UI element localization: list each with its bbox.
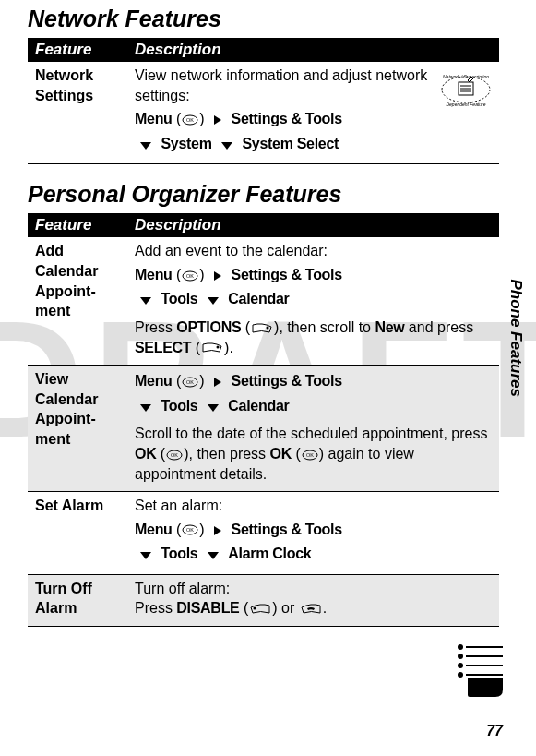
table-row: Set Alarm Set an alarm: Menu (OK) Settin… — [28, 492, 499, 575]
nav-step: Settings & Tools — [232, 522, 342, 537]
intro-text: Turn off alarm: — [135, 581, 230, 596]
feature-description: Network / Subscription Dependent Feature… — [127, 62, 499, 164]
instruction-text: Press DISABLE () or . — [135, 600, 327, 616]
arrow-down-icon — [221, 133, 232, 157]
nav-step: System Select — [242, 136, 339, 151]
svg-marker-14 — [214, 271, 221, 281]
instruction-text: Scroll to the date of the scheduled appo… — [135, 424, 492, 484]
section-title-network: Network Features — [28, 6, 499, 32]
network-features-table: Feature Description Network Settings Net… — [28, 38, 499, 164]
arrow-down-icon — [140, 543, 151, 567]
table-row: View Calendar Appoint-ment Menu (OK) Set… — [28, 366, 499, 492]
ok-key-icon: OK — [182, 524, 198, 535]
svg-marker-16 — [208, 297, 219, 305]
svg-marker-23 — [208, 404, 219, 412]
arrow-down-icon — [140, 288, 151, 312]
svg-text:OK: OK — [306, 452, 314, 458]
right-softkey-icon — [201, 342, 223, 354]
instruction-text: Press OPTIONS (), then scroll to New and… — [135, 318, 492, 357]
right-softkey-icon — [251, 323, 273, 334]
svg-text:OK: OK — [186, 273, 194, 279]
nav-step: Alarm Clock — [228, 546, 311, 561]
svg-point-18 — [217, 346, 220, 349]
svg-marker-31 — [140, 552, 151, 559]
menu-label: Menu — [135, 111, 173, 126]
table-row: Turn Off Alarm Turn off alarm: Press DIS… — [28, 574, 499, 626]
feature-name: Add Calendar Appoint-ment — [28, 237, 127, 365]
arrow-down-icon — [140, 133, 151, 157]
svg-text:OK: OK — [186, 117, 194, 123]
svg-marker-9 — [214, 115, 221, 125]
ok-key-icon: OK — [182, 270, 198, 282]
arrow-down-icon — [208, 395, 219, 419]
phone-thumb-tab-icon — [449, 638, 505, 701]
svg-marker-21 — [214, 378, 221, 387]
left-softkey-icon — [249, 604, 271, 615]
col-description: Description — [127, 38, 499, 62]
svg-marker-22 — [140, 404, 151, 412]
menu-label: Menu — [135, 267, 173, 282]
ok-key-icon: OK — [182, 114, 198, 126]
svg-text:Network / Subscription: Network / Subscription — [443, 74, 489, 79]
nav-path: Menu (OK) Settings & Tools Tools Calenda… — [135, 369, 492, 418]
nav-path: Menu (OK) Settings & Tools Tools Calenda… — [135, 263, 492, 312]
col-description: Description — [127, 213, 499, 237]
arrow-down-icon — [208, 288, 219, 312]
page-content: Network Features Feature Description Net… — [0, 0, 536, 627]
svg-text:OK: OK — [171, 452, 178, 458]
svg-point-37 — [458, 672, 463, 678]
arrow-right-icon — [214, 519, 221, 543]
nav-step: Calendar — [228, 291, 289, 306]
menu-label: Menu — [135, 522, 173, 537]
col-feature: Feature — [28, 213, 127, 237]
table-row: Add Calendar Appoint-ment Add an event t… — [28, 237, 499, 365]
svg-marker-32 — [208, 552, 219, 559]
nav-path: Menu (OK) Settings & Tools System System… — [135, 107, 492, 156]
feature-description: Set an alarm: Menu (OK) Settings & Tools… — [127, 492, 499, 575]
nav-step: Calendar — [228, 398, 289, 414]
svg-text:Dependent Feature: Dependent Feature — [446, 102, 485, 107]
arrow-right-icon — [214, 264, 221, 288]
nav-step: System — [161, 136, 211, 151]
nav-step: Settings & Tools — [232, 373, 342, 389]
network-subscription-badge-icon: Network / Subscription Dependent Feature — [440, 67, 492, 117]
page-number: 77 — [486, 723, 503, 739]
intro-text: View network information and adjust netw… — [135, 67, 427, 103]
end-key-icon — [300, 604, 322, 615]
arrow-down-icon — [140, 395, 151, 419]
feature-description: Add an event to the calendar: Menu (OK) … — [127, 237, 499, 365]
arrow-right-icon — [214, 108, 221, 132]
feature-description: Turn off alarm: Press DISABLE () or . — [127, 574, 499, 626]
nav-step: Tools — [161, 291, 197, 306]
menu-label: Menu — [135, 373, 173, 389]
nav-step: Settings & Tools — [232, 111, 342, 126]
svg-point-17 — [267, 326, 269, 329]
svg-marker-11 — [221, 142, 232, 150]
ok-key-icon: OK — [182, 377, 198, 388]
organizer-features-table: Feature Description Add Calendar Appoint… — [28, 213, 499, 627]
svg-point-33 — [254, 607, 256, 610]
intro-text: Set an alarm: — [135, 498, 222, 513]
nav-step: Settings & Tools — [232, 267, 342, 282]
section-title-organizer: Personal Organizer Features — [28, 181, 499, 208]
feature-name: Turn Off Alarm — [28, 574, 127, 626]
svg-text:OK: OK — [186, 379, 194, 385]
svg-text:OK: OK — [186, 527, 194, 533]
svg-point-34 — [458, 644, 463, 650]
ok-key-icon: OK — [302, 450, 318, 461]
svg-marker-30 — [214, 526, 221, 535]
table-row: Network Settings Network / Subscription … — [28, 62, 499, 164]
arrow-down-icon — [208, 543, 219, 567]
nav-path: Menu (OK) Settings & Tools Tools Alarm C… — [135, 518, 492, 567]
ok-key-icon: OK — [166, 450, 183, 461]
nav-step: Tools — [161, 546, 197, 561]
svg-marker-15 — [140, 297, 151, 305]
feature-name: Network Settings — [28, 62, 127, 164]
svg-marker-10 — [140, 142, 151, 150]
feature-name: Set Alarm — [28, 492, 127, 575]
feature-description: Menu (OK) Settings & Tools Tools Calenda… — [127, 366, 499, 492]
feature-name: View Calendar Appoint-ment — [28, 366, 127, 492]
intro-text: Add an event to the calendar: — [135, 243, 328, 258]
col-feature: Feature — [28, 38, 127, 62]
nav-step: Tools — [161, 398, 197, 414]
